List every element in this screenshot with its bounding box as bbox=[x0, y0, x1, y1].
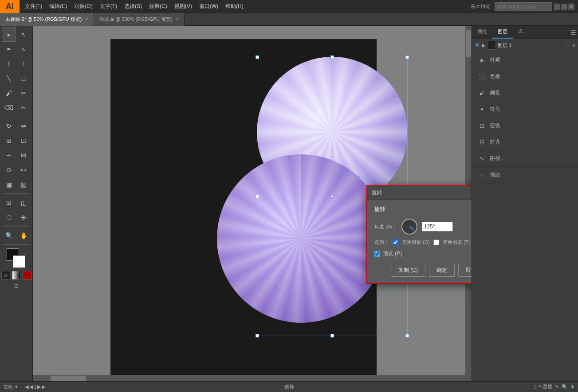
panel-item-align[interactable]: ⊟ 对齐 bbox=[472, 134, 578, 150]
layer-edit-icon[interactable]: ✎ bbox=[555, 384, 559, 390]
color-fill[interactable] bbox=[23, 271, 31, 280]
search-input[interactable] bbox=[495, 2, 552, 11]
handle-tc[interactable] bbox=[330, 55, 334, 59]
vertical-scrollbar-thumb[interactable] bbox=[466, 30, 471, 57]
menu-type[interactable]: 文字(T) bbox=[96, 0, 121, 13]
tab-1-close[interactable]: ✕ bbox=[175, 17, 179, 22]
tool-curvature[interactable]: ∿ bbox=[16, 42, 31, 56]
panel-item-symbol[interactable]: ✦ 符号 bbox=[472, 101, 578, 118]
layer-lock[interactable]: ○ bbox=[566, 43, 570, 48]
zoom-dropdown-icon[interactable]: ▾ bbox=[15, 384, 18, 390]
horizontal-scrollbar-thumb[interactable] bbox=[51, 376, 86, 381]
panel-tab-layers[interactable]: 图层 bbox=[492, 26, 513, 39]
workspace-label[interactable]: 基本功能 bbox=[468, 3, 493, 10]
panel-item-stroke[interactable]: ≡ 描边 bbox=[472, 167, 578, 183]
artboard-next2[interactable]: ▶ bbox=[42, 384, 45, 390]
tool-type[interactable]: T bbox=[2, 57, 16, 71]
tool-gradient[interactable]: ◫ bbox=[16, 196, 31, 210]
tool-zoom[interactable]: 🔍 bbox=[2, 228, 16, 243]
maximize-button[interactable]: □ bbox=[561, 4, 567, 10]
canvas-area[interactable]: 旋转 ✕ 旋转 角度 (A)： 选项： 变换对象 (O) 变换图案 ( bbox=[33, 26, 472, 381]
panel-tab-library[interactable]: 库 bbox=[513, 26, 528, 39]
layer-expand-arrow[interactable]: ▶ bbox=[482, 43, 485, 48]
tool-eyedropper[interactable]: ⊙ bbox=[2, 163, 16, 177]
menu-object[interactable]: 对象(O) bbox=[71, 0, 96, 13]
tool-rotate[interactable]: ↻ bbox=[2, 119, 16, 133]
artboard-tool[interactable]: ⊟ bbox=[14, 283, 19, 289]
layer-visibility-eye[interactable]: 👁 bbox=[475, 42, 480, 48]
brush-label: 画笔 bbox=[490, 89, 500, 97]
artboard-prev[interactable]: ◀ bbox=[25, 384, 28, 390]
gradient-fill[interactable] bbox=[12, 271, 21, 280]
menu-effect[interactable]: 效果(C) bbox=[145, 0, 171, 13]
tool-scale[interactable]: ⊞ bbox=[2, 133, 16, 148]
handle-bc[interactable] bbox=[330, 334, 334, 337]
tool-eraser[interactable]: ⌫ bbox=[2, 101, 16, 115]
tab-1-label: 尝试.ai @ 300% (RGB/GPU 预览) bbox=[99, 16, 173, 23]
handle-tl[interactable] bbox=[256, 55, 259, 59]
artboard-prev2[interactable]: ◀ bbox=[29, 384, 33, 390]
panel-item-transform[interactable]: ⊡ 变换 bbox=[472, 118, 578, 134]
tool-width[interactable]: ⊸ bbox=[2, 148, 16, 162]
tool-pencil[interactable]: ✏ bbox=[16, 86, 31, 100]
panel-item-appearance[interactable]: ◈ 外观 bbox=[472, 52, 578, 68]
tool-shape[interactable]: □ bbox=[16, 71, 31, 86]
menu-help[interactable]: 帮助(H) bbox=[222, 0, 247, 13]
menu-view[interactable]: 视图(V) bbox=[171, 0, 196, 13]
tool-blend[interactable]: ⋈ bbox=[16, 148, 31, 162]
tool-shape-builder[interactable]: ⊕ bbox=[16, 210, 31, 224]
minimize-button[interactable]: ─ bbox=[554, 4, 560, 10]
tool-graph-alt[interactable]: ▧ bbox=[16, 177, 31, 192]
tool-pen[interactable]: ✒ bbox=[2, 42, 16, 56]
horizontal-scrollbar[interactable] bbox=[33, 375, 465, 381]
tab-0-close[interactable]: ✕ bbox=[85, 17, 88, 22]
tool-hand[interactable]: ✋ bbox=[16, 228, 31, 243]
layer-search-icon[interactable]: 🔍 bbox=[562, 384, 568, 390]
panel-tab-properties[interactable]: 属性 bbox=[472, 26, 492, 39]
none-fill[interactable]: ⊘ bbox=[1, 271, 10, 280]
tool-live-paint[interactable]: ⬡ bbox=[2, 210, 16, 224]
handle-br[interactable] bbox=[405, 334, 409, 337]
ok-button[interactable]: 确定 bbox=[429, 264, 455, 277]
tool-graph[interactable]: ▦ bbox=[2, 177, 16, 192]
panel-item-swatches[interactable]: ⬛ 色板 bbox=[472, 68, 578, 85]
menu-edit[interactable]: 编辑(E) bbox=[46, 0, 71, 13]
panel-menu-button[interactable]: ☰ bbox=[570, 29, 576, 36]
menu-window[interactable]: 窗口(W) bbox=[196, 0, 222, 13]
artboard-next[interactable]: ▶ bbox=[37, 384, 41, 390]
cancel-button[interactable]: 取消 bbox=[458, 264, 472, 277]
layer-add-icon[interactable]: ⊕ bbox=[570, 384, 574, 390]
layer-options[interactable]: ⊡ bbox=[571, 43, 575, 48]
copy-button[interactable]: 复制 (C) bbox=[391, 264, 425, 277]
transform-pattern-checkbox[interactable] bbox=[433, 239, 439, 245]
tool-type-alt[interactable]: ⊺ bbox=[16, 57, 31, 71]
angle-dial[interactable] bbox=[401, 219, 417, 235]
tool-direct-select[interactable]: ↖ bbox=[16, 27, 31, 42]
tab-1[interactable]: 尝试.ai @ 300% (RGB/GPU 预览) ✕ bbox=[94, 13, 185, 26]
panel-item-brush[interactable]: 🖌 画笔 bbox=[472, 85, 578, 101]
zoom-value[interactable]: 50% bbox=[4, 384, 13, 390]
handle-tr[interactable] bbox=[405, 55, 409, 59]
tool-scissors[interactable]: ✂ bbox=[16, 101, 31, 115]
tool-line[interactable]: ╲ bbox=[2, 71, 16, 86]
tool-measure[interactable]: ⊷ bbox=[16, 163, 31, 177]
transform-object-checkbox[interactable] bbox=[393, 239, 398, 245]
angle-input[interactable] bbox=[422, 222, 453, 231]
preview-checkbox[interactable] bbox=[374, 251, 380, 257]
tool-reflect[interactable]: ⇌ bbox=[16, 119, 31, 133]
options-label: 选项： bbox=[374, 239, 389, 246]
tool-mesh[interactable]: ⊞ bbox=[2, 196, 16, 210]
tool-paintbrush[interactable]: 🖌 bbox=[2, 86, 16, 100]
menu-select[interactable]: 选择(S) bbox=[121, 0, 145, 13]
close-button[interactable]: ✕ bbox=[568, 4, 574, 10]
handle-bl[interactable] bbox=[256, 334, 259, 337]
tab-0[interactable]: 未标题-2* @ 50% (RGB/GPU 预览) ✕ bbox=[0, 13, 94, 26]
tool-select[interactable]: ▸ bbox=[2, 27, 16, 42]
menu-items: 文件(F) 编辑(E) 对象(O) 文字(T) 选择(S) 效果(C) 视图(V… bbox=[20, 0, 468, 13]
menu-file[interactable]: 文件(F) bbox=[21, 0, 46, 13]
symbol-icon: ✦ bbox=[477, 105, 486, 114]
panel-item-pathfinder[interactable]: ∿ 路径... bbox=[472, 150, 578, 167]
tool-warp[interactable]: ⊡ bbox=[16, 133, 31, 148]
background-color[interactable] bbox=[13, 255, 25, 268]
zoom-status: 50% ▾ bbox=[4, 384, 18, 390]
